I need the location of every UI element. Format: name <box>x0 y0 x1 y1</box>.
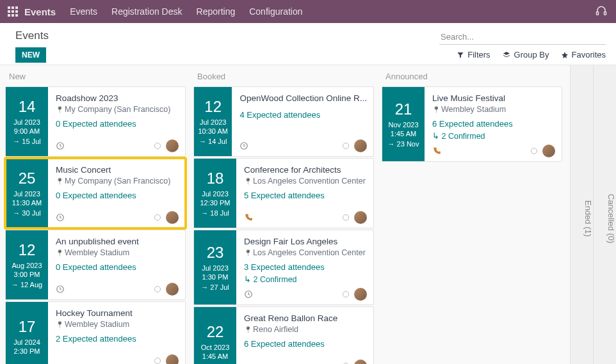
kanban-lane: Booked 12 Jul 2023 10:30 AM → 14 Jul Ope… <box>191 65 377 364</box>
card-date-column: 18 Jul 2023 12:30 PM → 18 Jul <box>194 159 236 228</box>
clock-icon <box>56 141 65 150</box>
event-card[interactable]: 17 Jul 2024 2:30 PM Hockey Tournament We… <box>5 301 186 364</box>
card-date-column: 12 Jul 2023 10:30 AM → 14 Jul <box>194 87 232 156</box>
card-attendees[interactable]: 2 Expected attendees <box>56 334 179 344</box>
search-input[interactable] <box>439 29 606 45</box>
card-title: Roadshow 2023 <box>56 93 179 103</box>
layers-icon <box>502 51 511 59</box>
card-attendees[interactable]: 6 Expected attendees <box>432 119 555 129</box>
card-day: 14 <box>19 98 36 116</box>
status-dot[interactable] <box>343 143 349 149</box>
card-month-year: Jul 2023 <box>13 118 40 126</box>
card-attendees[interactable]: 6 Expected attendees <box>244 339 367 349</box>
menu-registration[interactable]: Registration Desk <box>111 6 182 17</box>
filters-button[interactable]: Filters <box>457 50 490 59</box>
card-date-column: 17 Jul 2024 2:30 PM <box>6 302 48 364</box>
card-time: 1:45 AM <box>202 352 228 360</box>
event-card[interactable]: 12 Aug 2023 3:00 PM → 12 Aug An unpublis… <box>5 230 186 300</box>
card-location: Wembley Stadium <box>432 105 555 114</box>
card-activity-icon[interactable] <box>239 141 248 150</box>
card-attendees[interactable]: 4 Expected attendees <box>239 110 367 120</box>
card-activity-icon[interactable] <box>56 213 65 222</box>
avatar[interactable] <box>542 145 555 157</box>
card-title: Live Music Festival <box>432 93 555 103</box>
apps-icon[interactable] <box>8 6 18 17</box>
avatar[interactable] <box>166 283 179 296</box>
card-body: Hockey Tournament Wembley Stadium 2 Expe… <box>48 302 185 364</box>
event-card[interactable]: 22 Oct 2023 1:45 AM Great Reno Ballon Ra… <box>193 306 374 364</box>
avatar[interactable] <box>166 139 179 152</box>
card-activity-icon[interactable] <box>244 290 253 299</box>
event-card[interactable]: 25 Jul 2023 11:30 AM → 30 Jul Music Conc… <box>5 158 186 228</box>
filters-label: Filters <box>467 50 490 59</box>
card-body: Live Music Festival Wembley Stadium 6 Ex… <box>425 87 562 161</box>
clock-icon <box>239 141 248 150</box>
card-activity-icon[interactable] <box>244 213 253 222</box>
card-attendees[interactable]: 0 Expected attendees <box>56 119 179 129</box>
card-location: Wembley Stadium <box>56 320 179 329</box>
status-dot[interactable] <box>343 214 349 221</box>
status-dot[interactable] <box>154 358 161 364</box>
card-activity-icon[interactable] <box>56 285 65 294</box>
favorites-button[interactable]: Favorites <box>561 50 606 59</box>
status-dot[interactable] <box>343 291 349 297</box>
event-card[interactable]: 18 Jul 2023 12:30 PM → 18 Jul Conference… <box>193 158 374 228</box>
phone-icon <box>432 146 441 155</box>
collapsed-lane-cancelled[interactable]: Cancelled (0) <box>593 65 616 364</box>
page-title: Events <box>15 29 49 42</box>
avatar[interactable] <box>354 360 367 364</box>
groupby-label: Group By <box>514 50 549 59</box>
event-card[interactable]: 14 Jul 2023 9:00 AM → 15 Jul Roadshow 20… <box>5 86 186 157</box>
event-card[interactable]: 21 Nov 2023 1:45 AM → 23 Nov Live Music … <box>382 86 562 162</box>
collapsed-lane-ended[interactable]: Ended (1) <box>570 65 593 364</box>
event-card[interactable]: 12 Jul 2023 10:30 AM → 14 Jul OpenWood C… <box>193 86 374 157</box>
avatar[interactable] <box>166 211 179 224</box>
status-dot[interactable] <box>154 286 161 292</box>
card-month-year: Jul 2023 <box>202 264 229 272</box>
card-day: 23 <box>207 244 224 262</box>
card-attendees[interactable]: 3 Expected attendees <box>244 262 367 272</box>
card-month-year: Jul 2023 <box>200 118 227 126</box>
card-day: 22 <box>207 323 224 341</box>
menu-configuration[interactable]: Configuration <box>249 6 302 17</box>
card-confirmed[interactable]: 2 Confirmed <box>432 131 555 141</box>
new-button[interactable]: NEW <box>15 47 46 63</box>
card-attendees[interactable]: 0 Expected attendees <box>56 191 179 200</box>
menu-reporting[interactable]: Reporting <box>197 6 236 17</box>
card-month-year: Oct 2023 <box>201 344 230 351</box>
control-bar: Events NEW Filters Group By Favorites <box>0 23 616 65</box>
avatar[interactable] <box>354 139 367 152</box>
card-location: My Company (San Francisco) <box>56 177 179 186</box>
status-dot[interactable] <box>531 148 537 154</box>
event-card[interactable]: 23 Jul 2023 1:30 PM → 27 Jul Design Fair… <box>193 230 374 305</box>
headset-icon[interactable] <box>596 5 608 18</box>
card-time: 1:45 AM <box>391 130 416 138</box>
card-date-column: 25 Jul 2023 11:30 AM → 30 Jul <box>6 159 48 228</box>
lane-header: Booked <box>193 72 374 86</box>
avatar[interactable] <box>166 354 179 364</box>
card-title: Great Reno Ballon Race <box>244 313 367 323</box>
card-body: Great Reno Ballon Race Reno Airfield 6 E… <box>236 307 373 364</box>
card-location: Reno Airfield <box>244 325 367 334</box>
card-title: Hockey Tournament <box>56 308 179 318</box>
card-confirmed[interactable]: 2 Confirmed <box>244 274 367 284</box>
card-title: Design Fair Los Angeles <box>244 237 367 246</box>
groupby-button[interactable]: Group By <box>502 50 549 59</box>
menu-events[interactable]: Events <box>70 6 97 17</box>
status-dot[interactable] <box>154 143 161 149</box>
avatar[interactable] <box>354 211 367 224</box>
star-icon <box>561 51 569 59</box>
card-time: 3:00 PM <box>14 271 40 278</box>
card-activity-icon[interactable] <box>56 141 65 150</box>
card-body: OpenWood Collection Online R... 4 Expect… <box>232 87 373 156</box>
avatar[interactable] <box>354 288 367 301</box>
card-activity-icon[interactable] <box>432 146 441 155</box>
card-month-year: Aug 2023 <box>12 262 42 269</box>
card-time: 9:00 AM <box>14 127 40 135</box>
app-brand[interactable]: Events <box>24 6 56 17</box>
status-dot[interactable] <box>154 214 161 221</box>
svg-rect-0 <box>597 12 599 15</box>
card-attendees[interactable]: 0 Expected attendees <box>56 262 179 272</box>
phone-icon <box>244 213 253 222</box>
card-attendees[interactable]: 5 Expected attendees <box>244 191 367 200</box>
